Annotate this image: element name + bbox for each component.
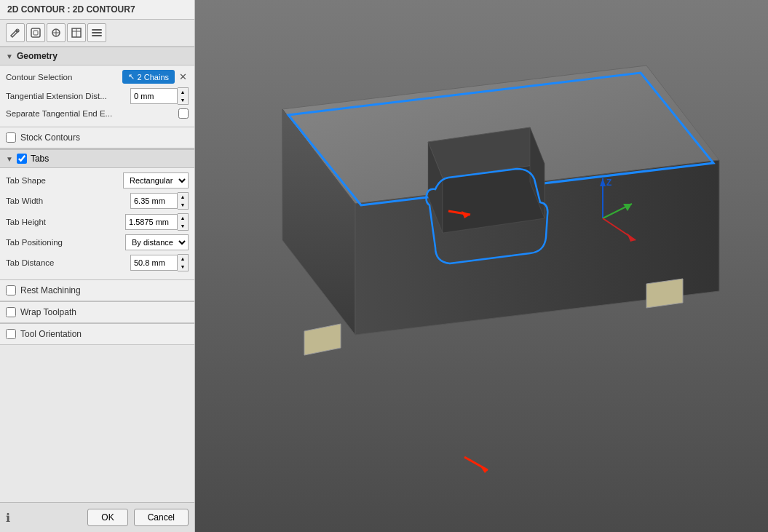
svg-text:Z: Z xyxy=(606,178,611,188)
toolbar xyxy=(0,20,194,47)
tab-height-input[interactable] xyxy=(125,214,178,230)
tangential-input[interactable] xyxy=(130,88,178,104)
wrap-toolpath-checkbox[interactable] xyxy=(6,307,16,317)
tab-width-input-group: ▲ ▼ xyxy=(130,192,189,210)
svg-marker-24 xyxy=(646,279,683,308)
viewport-canvas: Z xyxy=(195,0,768,532)
geometry-section-header[interactable]: ▼ Geometry xyxy=(0,47,194,65)
stock-contours-label: Stock Contours xyxy=(20,132,80,143)
tab-height-up-btn[interactable]: ▲ xyxy=(178,214,188,222)
wrap-toolpath-section[interactable]: Wrap Toolpath xyxy=(0,302,194,323)
tangential-down-btn[interactable]: ▼ xyxy=(178,96,188,104)
tangential-row: Tangential Extension Dist... ▲ ▼ xyxy=(6,87,189,105)
geometry-form: Contour Selection ↖ 2 Chains ✕ Tangentia… xyxy=(0,65,194,127)
tab-height-row: Tab Height ▲ ▼ xyxy=(6,213,189,231)
tab-positioning-label: Tab Positioning xyxy=(6,238,122,247)
svg-rect-1 xyxy=(31,28,40,37)
tab-height-label: Tab Height xyxy=(6,218,122,226)
tab-distance-row: Tab Distance ▲ ▼ xyxy=(6,254,189,271)
wrap-toolpath-label: Wrap Toolpath xyxy=(20,307,76,317)
tabs-section-header[interactable]: ▼ Tabs xyxy=(0,149,194,168)
tabs-collapse-arrow: ▼ xyxy=(6,155,13,163)
tab-width-row: Tab Width ▲ ▼ xyxy=(6,192,189,210)
contour-selection-row: Contour Selection ↖ 2 Chains ✕ xyxy=(6,70,189,84)
separate-tangential-checkbox[interactable] xyxy=(178,108,189,119)
tangential-label: Tangential Extension Dist... xyxy=(6,92,127,100)
tab-distance-input[interactable] xyxy=(130,255,178,271)
bottom-bar: ℹ OK Cancel xyxy=(0,502,194,532)
panel-content: ▼ Geometry Contour Selection ↖ 2 Chains … xyxy=(0,47,194,502)
contour-btn-label: 2 Chains xyxy=(138,73,169,82)
toolbar-contour-btn[interactable] xyxy=(26,23,45,42)
tab-shape-label: Tab Shape xyxy=(6,176,120,185)
tab-positioning-select[interactable]: By distance By count xyxy=(125,234,189,250)
cursor-icon: ↖ xyxy=(128,72,135,82)
tab-width-spin-btns: ▲ ▼ xyxy=(178,192,189,210)
info-icon[interactable]: ℹ xyxy=(6,511,10,525)
tab-positioning-row: Tab Positioning By distance By count xyxy=(6,234,189,250)
toolbar-settings-btn[interactable] xyxy=(87,23,106,42)
stock-contours-section[interactable]: Stock Contours xyxy=(0,127,194,148)
tangential-input-group: ▲ ▼ xyxy=(130,87,189,105)
tool-orientation-label: Tool Orientation xyxy=(20,329,82,339)
contour-selection-label: Contour Selection xyxy=(6,73,119,82)
toolbar-shape-btn[interactable] xyxy=(47,23,66,42)
tab-shape-select[interactable]: Rectangular Trapezoidal xyxy=(123,172,189,188)
tabs-label: Tabs xyxy=(31,154,49,164)
tool-orientation-section[interactable]: Tool Orientation xyxy=(0,324,194,345)
tab-width-label: Tab Width xyxy=(6,196,127,205)
tab-height-down-btn[interactable]: ▼ xyxy=(178,222,188,230)
tab-shape-row: Tab Shape Rectangular Trapezoidal xyxy=(6,172,189,188)
tabs-form: Tab Shape Rectangular Trapezoidal Tab Wi… xyxy=(0,168,194,279)
tab-distance-down-btn[interactable]: ▼ xyxy=(178,263,188,271)
svg-rect-11 xyxy=(92,35,102,36)
tab-width-input[interactable] xyxy=(130,193,178,209)
tangential-spin-btns: ▲ ▼ xyxy=(178,87,189,105)
svg-rect-2 xyxy=(33,31,38,35)
tab-height-spin-btns: ▲ ▼ xyxy=(178,213,189,231)
tab-width-down-btn[interactable]: ▼ xyxy=(178,201,188,209)
tangential-up-btn[interactable]: ▲ xyxy=(178,88,188,96)
toolbar-table-btn[interactable] xyxy=(67,23,86,42)
tab-distance-spin-btns: ▲ ▼ xyxy=(178,254,189,271)
tab-width-up-btn[interactable]: ▲ xyxy=(178,193,188,201)
tool-orientation-checkbox[interactable] xyxy=(6,329,16,339)
tab-distance-input-group: ▲ ▼ xyxy=(130,254,189,271)
geometry-collapse-arrow: ▼ xyxy=(6,52,13,60)
left-panel: 2D CONTOUR : 2D CONTOUR7 ▼ Geometry Cont… xyxy=(0,0,195,532)
rest-machining-label: Rest Machining xyxy=(20,285,81,295)
separate-tangential-label: Separate Tangential End E... xyxy=(6,109,175,118)
viewport[interactable]: Z xyxy=(195,0,768,532)
toolbar-tool-btn[interactable] xyxy=(6,23,25,42)
geometry-label: Geometry xyxy=(17,51,58,61)
rest-machining-checkbox[interactable] xyxy=(6,285,16,295)
stock-contours-checkbox[interactable] xyxy=(6,132,16,143)
tab-distance-up-btn[interactable]: ▲ xyxy=(178,255,188,263)
tabs-checkbox[interactable] xyxy=(17,154,27,164)
cancel-button[interactable]: Cancel xyxy=(134,509,189,526)
svg-rect-9 xyxy=(92,29,102,31)
dialog-title: 2D CONTOUR : 2D CONTOUR7 xyxy=(0,0,194,20)
contour-clear-btn[interactable]: ✕ xyxy=(178,71,189,82)
svg-rect-10 xyxy=(92,32,102,33)
rest-machining-section[interactable]: Rest Machining xyxy=(0,280,194,301)
contour-selection-btn[interactable]: ↖ 2 Chains xyxy=(122,70,175,84)
tab-height-input-group: ▲ ▼ xyxy=(125,213,189,231)
separate-tangential-row: Separate Tangential End E... xyxy=(6,108,189,119)
tab-distance-label: Tab Distance xyxy=(6,258,127,267)
ok-button[interactable]: OK xyxy=(87,509,127,526)
